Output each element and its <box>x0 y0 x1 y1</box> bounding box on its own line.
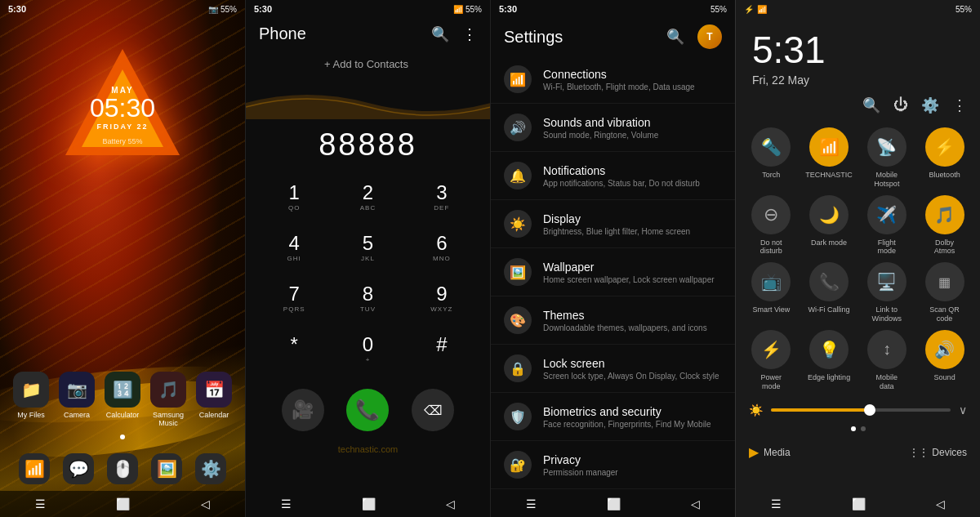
qs-tile-sound[interactable]: 🔊 Sound <box>919 330 970 391</box>
scan-qr-tile-label: Scan QRcode <box>929 305 960 323</box>
nav-bar-qs: ☰ ⬜ ◁ <box>736 491 980 517</box>
settings-item-privacy[interactable]: 🔐 Privacy Permission manager <box>491 441 735 489</box>
home-icon-samsung-music[interactable]: 🎵 SamsungMusic <box>150 372 186 427</box>
menu-button-home[interactable]: ☰ <box>35 497 46 510</box>
wallpaper-sub: Home screen wallpaper, Lock screen wallp… <box>543 275 715 284</box>
settings-item-connections[interactable]: 📶 Connections Wi-Fi, Bluetooth, Flight m… <box>491 56 735 104</box>
dial-key-4[interactable]: 4GHI <box>259 224 329 271</box>
samsung-music-label: SamsungMusic <box>153 411 184 427</box>
settings-item-lock-screen[interactable]: 🔒 Lock screen Screen lock type, Always O… <box>491 345 735 393</box>
display-title: Display <box>543 212 690 225</box>
dial-key-6[interactable]: 6MNO <box>407 224 477 271</box>
home-icon-camera[interactable]: 📷 Camera <box>59 372 95 427</box>
qs-tile-link-windows[interactable]: 🖥️ Link toWindows <box>862 262 913 323</box>
qs-tile-dnd[interactable]: ⊖ Do notdisturb <box>746 195 797 256</box>
qs-tile-scan-qr[interactable]: ▦ Scan QRcode <box>919 262 970 323</box>
menu-button-qs[interactable]: ☰ <box>771 497 782 510</box>
home-icon-my-files[interactable]: 📁 My Files <box>13 372 49 427</box>
add-contact-row[interactable]: + Add to Contacts <box>246 50 490 78</box>
qs-tile-edge-lighting[interactable]: 💡 Edge lighting <box>804 330 855 391</box>
brightness-expand-button[interactable]: ∨ <box>959 403 967 417</box>
torch-tile-icon: 🔦 <box>751 127 791 167</box>
power-mode-tile-icon: ⚡ <box>751 330 791 369</box>
qs-tile-mobile-data[interactable]: ↕️ Mobiledata <box>862 330 913 391</box>
bluetooth-tile-icon: ⚡ <box>925 127 964 167</box>
qs-tile-dolby[interactable]: 🎵 DolbyAtmos <box>919 195 970 256</box>
more-icon-qs[interactable]: ⋮ <box>952 96 967 114</box>
dial-key-8[interactable]: 8TUV <box>332 274 403 322</box>
qs-tile-wifi[interactable]: 📶 TECHNASTIC <box>804 127 855 189</box>
hotspot-tile-icon: 📡 <box>867 127 906 167</box>
settings-item-wallpaper[interactable]: 🖼️ Wallpaper Home screen wallpaper, Lock… <box>491 248 735 296</box>
settings-item-sounds[interactable]: 🔊 Sounds and vibration Sound mode, Ringt… <box>491 104 735 152</box>
menu-button-phone[interactable]: ☰ <box>281 497 292 510</box>
home-button-qs[interactable]: ⬜ <box>852 497 866 510</box>
qs-tile-dark-mode[interactable]: 🌙 Dark mode <box>804 195 855 256</box>
back-button-phone[interactable]: ◁ <box>446 497 455 510</box>
power-icon-qs[interactable]: ⏻ <box>893 96 908 114</box>
search-icon-qs[interactable]: 🔍 <box>862 96 880 114</box>
my-files-label: My Files <box>17 411 45 419</box>
search-icon-phone[interactable]: 🔍 <box>431 25 449 43</box>
menu-button-settings[interactable]: ☰ <box>526 497 537 510</box>
devices-button[interactable]: ⋮⋮ Devices <box>909 447 967 458</box>
settings-icon-qs[interactable]: ⚙️ <box>921 96 939 114</box>
qs-tile-grid: 🔦 Torch 📶 TECHNASTIC 📡 MobileHotspot ⚡ B… <box>736 121 980 397</box>
home-button-home[interactable]: ⬜ <box>116 497 130 510</box>
page-dots <box>120 435 125 439</box>
qs-dot-2 <box>861 426 866 431</box>
qs-tile-flight[interactable]: ✈️ Flightmode <box>862 195 913 256</box>
video-call-button[interactable]: 🎥 <box>282 389 324 431</box>
media-label: Media <box>764 447 791 458</box>
media-button[interactable]: ▶ Media <box>749 444 791 460</box>
qs-tile-bluetooth[interactable]: ⚡ Bluetooth <box>919 127 970 189</box>
wallpaper-title: Wallpaper <box>543 261 715 274</box>
qs-tile-power-mode[interactable]: ⚡ Powermode <box>746 330 797 391</box>
qs-tile-hotspot[interactable]: 📡 MobileHotspot <box>862 127 913 189</box>
home-icon-settings-gear[interactable]: ⚙️ <box>195 453 226 484</box>
home-icon-screen[interactable]: 🖼️ <box>151 453 182 484</box>
dial-key-3[interactable]: 3DEF <box>407 173 477 221</box>
home-icon-wifi[interactable]: 📶 <box>19 453 50 484</box>
wifi-icon: 📶 <box>19 453 50 484</box>
home-icon-chat[interactable]: 💬 <box>63 453 94 484</box>
dial-key-star[interactable]: * <box>259 325 329 372</box>
back-button-qs[interactable]: ◁ <box>936 497 945 510</box>
more-icon-phone[interactable]: ⋮ <box>462 25 477 43</box>
settings-item-display[interactable]: ☀️ Display Brightness, Blue light filter… <box>491 200 735 248</box>
dial-key-1[interactable]: 1QO <box>259 173 329 221</box>
back-button-home[interactable]: ◁ <box>201 497 210 510</box>
home-icon-cursor[interactable]: 🖱️ <box>107 453 138 484</box>
delete-digit-button[interactable]: ⌫ <box>412 389 454 431</box>
home-button-phone[interactable]: ⬜ <box>362 497 376 510</box>
qs-clock: 5:31 Fri, 22 May <box>736 18 980 90</box>
back-button-settings[interactable]: ◁ <box>691 497 700 510</box>
search-icon-settings[interactable]: 🔍 <box>666 28 684 46</box>
home-button-settings[interactable]: ⬜ <box>607 497 621 510</box>
clock-widget: MAY 05:30 FRIDAY 22 Battery 55% <box>90 86 155 145</box>
home-icon-calculator[interactable]: 🔢 Calculator <box>105 372 140 427</box>
dial-key-9[interactable]: 9WXYZ <box>407 274 477 322</box>
status-bar-settings: 5:30 55% <box>491 0 735 18</box>
phone-display-area: 88888 <box>246 119 490 167</box>
dial-key-0[interactable]: 0+ <box>332 325 403 372</box>
cursor-icon: 🖱️ <box>107 453 138 484</box>
call-button[interactable]: 📞 <box>346 389 389 431</box>
settings-item-themes[interactable]: 🎨 Themes Downloadable themes, wallpapers… <box>491 296 735 345</box>
home-icon-calendar[interactable]: 📅 Calendar <box>196 372 232 427</box>
my-files-icon: 📁 <box>13 372 49 408</box>
qs-tile-torch[interactable]: 🔦 Torch <box>746 127 797 189</box>
dial-key-7[interactable]: 7PQRS <box>259 274 329 322</box>
settings-item-notifications[interactable]: 🔔 Notifications App notifications, Statu… <box>491 152 735 200</box>
dial-key-2[interactable]: 2ABC <box>332 173 403 221</box>
dial-key-hash[interactable]: # <box>407 325 477 372</box>
qs-top-controls: 🔍 ⏻ ⚙️ ⋮ <box>736 90 980 121</box>
brightness-track[interactable] <box>771 408 951 412</box>
camera-label: Camera <box>64 411 90 419</box>
qs-tile-wifi-calling[interactable]: 📞 Wi-Fi Calling <box>804 262 855 323</box>
qs-tile-smart-view[interactable]: 📺 Smart View <box>746 262 797 323</box>
biometrics-sub: Face recognition, Fingerprints, Find My … <box>543 420 711 429</box>
dial-key-5[interactable]: 5JKL <box>332 224 403 271</box>
settings-item-biometrics[interactable]: 🛡️ Biometrics and security Face recognit… <box>491 393 735 441</box>
avatar[interactable]: T <box>697 25 722 49</box>
